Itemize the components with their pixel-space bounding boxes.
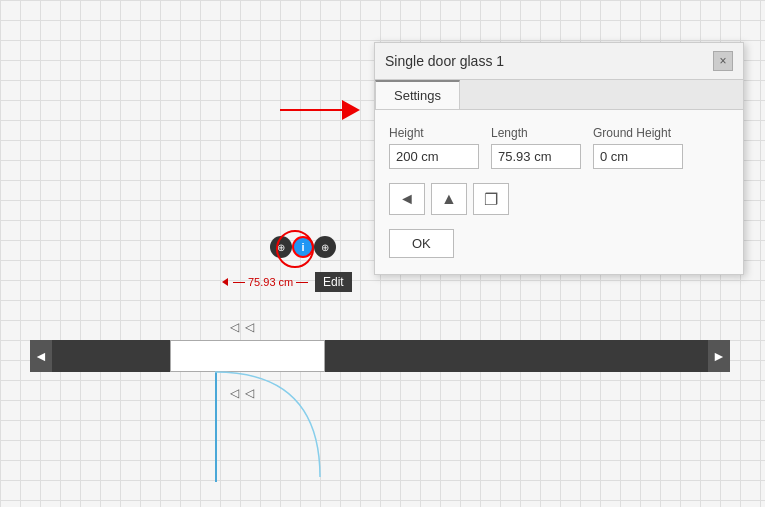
icon-buttons-row: ◄ ▲ ❐ xyxy=(389,183,729,215)
right-control-symbol: ⊕ xyxy=(321,242,329,253)
red-arrow xyxy=(280,95,360,125)
horizontal-bar: ◄ ► xyxy=(30,340,730,372)
fields-row: Height Length Ground Height xyxy=(389,126,729,169)
red-arrow-line xyxy=(280,109,348,111)
height-label: Height xyxy=(389,126,479,140)
copy-icon: ❐ xyxy=(484,190,498,209)
left-control-symbol: ⊕ xyxy=(277,242,285,253)
triangle-right-bottom-icon: ◁ xyxy=(245,386,254,400)
info-button[interactable]: i xyxy=(292,236,314,258)
control-right-icon[interactable]: ⊕ xyxy=(314,236,336,258)
edit-button[interactable]: Edit xyxy=(315,272,352,292)
triangles-top: ◁ ◁ xyxy=(230,320,254,334)
flip-horizontal-icon: ◄ xyxy=(399,190,415,208)
height-input[interactable] xyxy=(389,144,479,169)
triangle-left-bottom-icon: ◁ xyxy=(230,386,239,400)
ground-height-label: Ground Height xyxy=(593,126,683,140)
panel-body: Height Length Ground Height ◄ ▲ ❐ xyxy=(375,110,743,274)
flip-horizontal-button[interactable]: ◄ xyxy=(389,183,425,215)
left-arrow-icon: ◄ xyxy=(34,348,48,364)
ok-button-row: OK xyxy=(389,229,729,258)
triangles-bottom: ◁ ◁ xyxy=(230,386,254,400)
bar-left-end[interactable]: ◄ xyxy=(30,340,52,372)
length-field-group: Length xyxy=(491,126,581,169)
panel-title: Single door glass 1 xyxy=(385,53,504,69)
triangle-right-top-icon: ◁ xyxy=(245,320,254,334)
info-icon: i xyxy=(301,241,304,253)
dim-arrow-left-icon xyxy=(222,278,228,286)
panel-close-button[interactable]: × xyxy=(713,51,733,71)
ground-height-input[interactable] xyxy=(593,144,683,169)
triangle-left-top-icon: ◁ xyxy=(230,320,239,334)
dimension-label: 75.93 cm xyxy=(222,276,309,288)
dim-line-left xyxy=(233,282,245,283)
panel-titlebar: Single door glass 1 × xyxy=(375,43,743,80)
height-field-group: Height xyxy=(389,126,479,169)
door-panel xyxy=(170,340,325,372)
settings-panel: Single door glass 1 × Settings Height Le… xyxy=(374,42,744,275)
length-input[interactable] xyxy=(491,144,581,169)
control-left-icon[interactable]: ⊕ xyxy=(270,236,292,258)
length-label: Length xyxy=(491,126,581,140)
right-arrow-icon: ► xyxy=(712,348,726,364)
triangle-button[interactable]: ▲ xyxy=(431,183,467,215)
bar-right-end[interactable]: ► xyxy=(708,340,730,372)
ground-height-field-group: Ground Height xyxy=(593,126,683,169)
dim-line-right xyxy=(296,282,308,283)
door-controls: ⊕ i ⊕ xyxy=(270,236,336,258)
triangle-icon: ▲ xyxy=(441,190,457,208)
copy-button[interactable]: ❐ xyxy=(473,183,509,215)
panel-tabs: Settings xyxy=(375,80,743,110)
tab-settings[interactable]: Settings xyxy=(375,80,460,109)
red-arrow-head xyxy=(342,100,360,120)
ok-button[interactable]: OK xyxy=(389,229,454,258)
dimension-value: 75.93 cm xyxy=(248,276,293,288)
